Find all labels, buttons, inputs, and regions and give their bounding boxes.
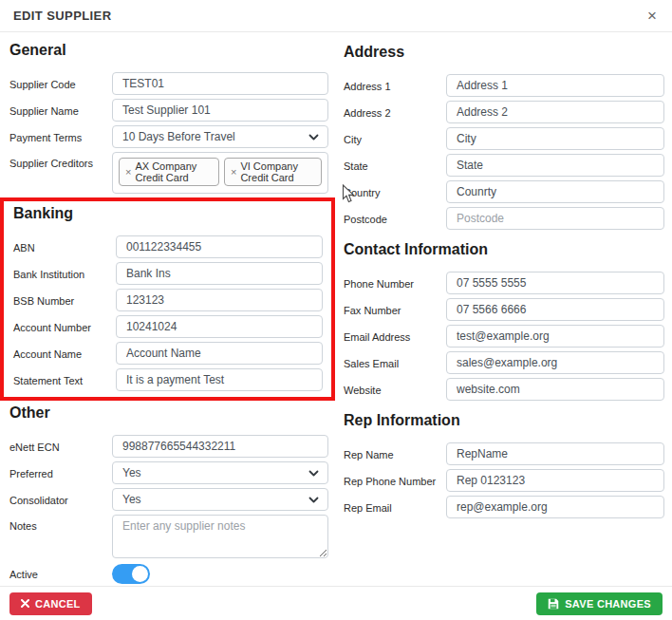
modal-header: EDIT SUPPLIER × [0,0,672,32]
state-input[interactable] [446,154,664,177]
notes-textarea[interactable] [112,515,328,558]
enett-ecn-label: eNett ECN [9,441,112,453]
payment-terms-value: 10 Days Before Travel [122,130,235,143]
payment-terms-select[interactable]: 10 Days Before Travel [112,125,328,148]
field-payment-terms: Payment Terms 10 Days Before Travel [9,125,328,148]
consolidator-value: Yes [122,493,141,506]
statement-text-input[interactable] [116,368,323,391]
address2-input[interactable] [446,101,664,123]
field-rep-phone-number: Rep Phone Number [344,469,664,492]
rep-phone-number-label: Rep Phone Number [344,475,446,487]
bank-institution-label: Bank Institution [13,268,116,280]
account-number-label: Account Number [13,321,116,333]
city-input[interactable] [446,127,664,150]
bank-institution-input[interactable] [116,262,323,285]
email-address-input[interactable] [446,325,664,348]
supplier-name-input[interactable] [112,99,328,122]
fax-number-label: Fax Number [344,304,446,316]
field-enett-ecn: eNett ECN [9,435,328,458]
field-rep-email: Rep Email [344,496,664,518]
sales-email-input[interactable] [446,351,664,374]
enett-ecn-input[interactable] [112,435,328,458]
preferred-select[interactable]: Yes [112,461,328,484]
account-number-input[interactable] [116,315,323,338]
field-city: City [344,127,664,150]
abn-input[interactable] [116,235,323,258]
account-name-label: Account Name [13,348,116,360]
phone-number-input[interactable] [446,272,664,294]
rep-phone-number-input[interactable] [446,469,664,492]
field-postcode: Postcode [344,207,664,230]
contact-information-heading: Contact Information [344,241,664,258]
modal-title: EDIT SUPPLIER [13,9,111,23]
address1-input[interactable] [446,74,664,97]
active-toggle[interactable] [112,564,150,584]
field-rep-name: Rep Name [344,442,664,465]
consolidator-label: Consolidator [9,494,112,506]
address2-label: Address 2 [344,106,446,119]
supplier-code-input[interactable] [112,72,328,95]
supplier-creditors-label: Supplier Creditors [9,152,112,169]
field-email-address: Email Address [344,325,664,348]
field-bsb-number: BSB Number [13,289,323,311]
rep-name-label: Rep Name [344,448,446,460]
field-account-name: Account Name [13,342,323,365]
bsb-number-input[interactable] [116,289,323,311]
modal-footer: CANCEL SAVE CHANGES [0,586,672,620]
field-account-number: Account Number [13,315,323,338]
field-website: Website [344,378,664,401]
cancel-x-icon [21,599,29,608]
field-state: State [344,154,664,177]
remove-tag-icon[interactable]: × [125,166,131,178]
field-statement-text: Statement Text [13,368,323,391]
account-name-input[interactable] [116,342,323,365]
postcode-label: Postcode [344,213,446,225]
field-preferred: Preferred Yes [9,461,328,484]
creditor-tag: × AX Company Credit Card [119,158,219,186]
save-changes-button[interactable]: SAVE CHANGES [536,592,663,615]
field-phone-number: Phone Number [344,272,664,294]
modal-body: General Supplier Code Supplier Name Paym… [0,32,672,586]
field-supplier-creditors: Supplier Creditors × AX Company Credit C… [9,152,328,194]
fax-number-input[interactable] [446,298,664,321]
preferred-value: Yes [122,466,141,479]
website-input[interactable] [446,378,664,401]
creditor-tag-label: AX Company Credit Card [135,160,213,183]
abn-label: ABN [13,241,116,254]
postcode-input[interactable] [446,207,664,230]
rep-email-label: Rep Email [344,501,446,514]
city-label: City [344,133,446,145]
save-floppy-icon [548,598,559,610]
field-sales-email: Sales Email [344,351,664,374]
close-icon[interactable]: × [644,4,661,28]
payment-terms-label: Payment Terms [9,131,112,143]
sales-email-label: Sales Email [344,357,446,369]
bsb-number-label: BSB Number [13,294,116,307]
save-button-label: SAVE CHANGES [565,598,651,610]
cancel-button[interactable]: CANCEL [9,592,92,615]
left-column: General Supplier Code Supplier Name Paym… [9,32,328,586]
preferred-label: Preferred [9,467,112,479]
remove-tag-icon[interactable]: × [231,166,236,178]
field-fax-number: Fax Number [344,298,664,321]
notes-label: Notes [9,515,112,532]
rep-name-input[interactable] [446,442,664,465]
country-input[interactable] [446,180,664,203]
field-active: Active [9,564,328,584]
chevron-down-icon [308,132,319,142]
creditor-tag: × VI Company Credit Card [224,158,322,186]
toggle-knob [132,566,148,582]
field-abn: ABN [13,235,323,258]
consolidator-select[interactable]: Yes [112,488,328,511]
field-bank-institution: Bank Institution [13,262,323,285]
address-heading: Address [344,44,664,61]
phone-number-label: Phone Number [344,277,446,290]
address1-label: Address 1 [344,80,446,92]
active-label: Active [9,568,112,580]
supplier-creditors-box[interactable]: × AX Company Credit Card × VI Company Cr… [112,152,328,194]
chevron-down-icon [308,468,319,479]
field-supplier-code: Supplier Code [9,72,328,95]
rep-email-input[interactable] [446,496,664,518]
field-consolidator: Consolidator Yes [9,488,328,511]
general-heading: General [9,42,328,59]
